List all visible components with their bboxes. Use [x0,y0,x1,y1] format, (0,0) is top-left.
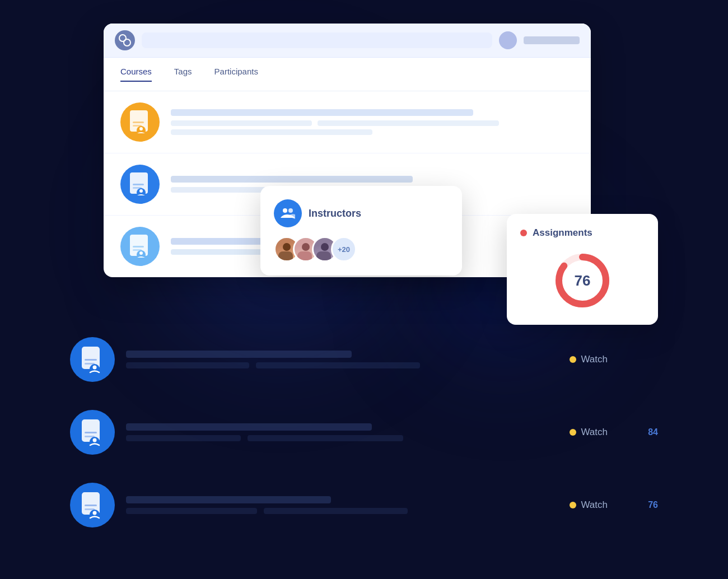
app-logo [115,30,135,50]
svg-point-33 [93,511,97,515]
svg-rect-11 [133,246,144,248]
svg-point-4 [139,127,143,130]
user-avatar [499,31,517,49]
watch-label-1: Watch [581,354,608,365]
donut: 76 [552,250,613,311]
yellow-dot-1 [570,356,576,363]
course-icon-1 [120,102,160,142]
assignments-header: Assignments [520,227,645,239]
user-name [524,36,580,44]
row-number-2: 84 [641,427,658,437]
row-content-1 [126,351,536,368]
course-sub-1b [171,129,372,135]
instructors-title: Instructors [309,208,361,220]
svg-point-23 [93,366,97,370]
standalone-row-2: Watch 84 [70,410,658,455]
standalone-rows: Watch [70,337,658,555]
logo-icon [119,34,131,46]
standalone-row-3: Watch 76 [70,483,658,527]
svg-point-16 [288,208,293,213]
svg-point-9 [139,189,143,193]
instructors-header: Instructors [274,199,449,227]
row-title-2 [126,423,372,431]
main-nav: Courses Tags Participants [104,58,591,91]
instructor-avatars: +20 [274,236,449,262]
nav-participants[interactable]: Participants [214,67,258,82]
scene: Courses Tags Participants [70,24,658,555]
avatar-plus: +20 [331,236,357,262]
row-content-2 [126,423,536,441]
assignments-title: Assignments [533,227,592,239]
course-icon-3 [120,227,160,266]
yellow-dot-2 [570,429,576,436]
yellow-dot-3 [570,502,576,508]
watch-label-2: Watch [581,427,608,438]
row-icon-3 [70,483,115,527]
assignments-card: Assignments 76 [507,214,658,325]
donut-value: 76 [575,272,591,290]
row-icon-1 [70,337,115,382]
svg-rect-6 [133,184,144,185]
course-details-1 [171,109,574,135]
row-title-1 [126,351,352,358]
watch-label-3: Watch [581,499,608,511]
nav-tags[interactable]: Tags [174,67,192,82]
watch-badge-1: Watch [570,354,608,365]
course-title-2 [171,176,413,183]
svg-rect-30 [85,505,97,506]
svg-rect-20 [85,359,97,361]
instructors-icon [274,199,302,227]
svg-point-28 [93,438,97,442]
svg-point-14 [139,251,143,255]
app-header [104,24,591,58]
watch-badge-3: Watch [570,499,608,511]
standalone-row-1: Watch [70,337,658,382]
row-icon-2 [70,410,115,455]
row-content-3 [126,496,536,514]
course-icon-2 [120,165,160,204]
svg-rect-1 [133,122,144,123]
search-bar[interactable] [142,32,492,48]
row-title-3 [126,496,331,503]
instructors-card: Instructors +20 [260,186,462,276]
red-dot-icon [520,230,527,236]
course-sub-1 [171,120,574,126]
svg-rect-25 [85,432,97,433]
donut-chart: 76 [520,250,645,311]
course-row-1 [104,91,591,153]
course-title-1 [171,109,473,116]
watch-badge-2: Watch [570,427,608,438]
row-number-3: 76 [641,500,658,510]
svg-point-15 [283,208,287,213]
nav-courses[interactable]: Courses [120,67,152,82]
